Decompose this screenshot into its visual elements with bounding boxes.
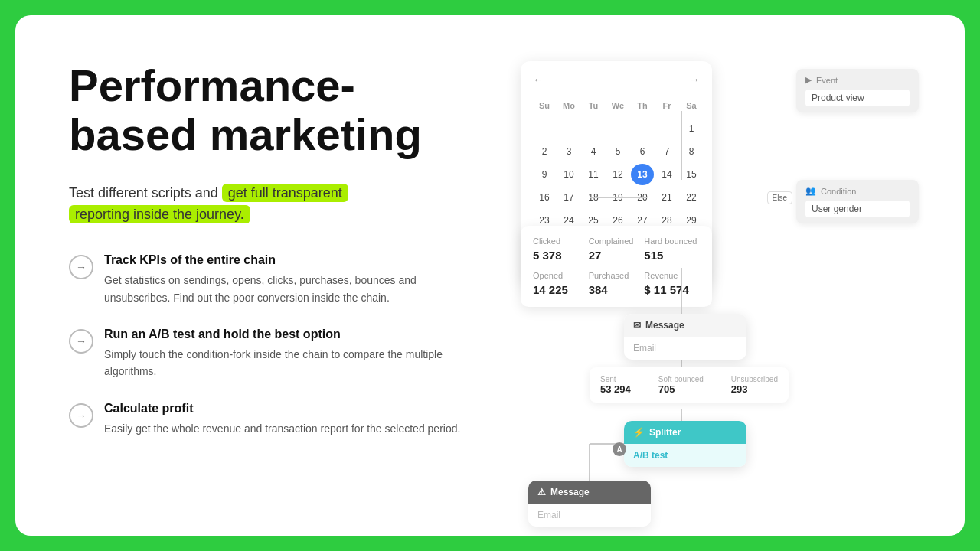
cal-day-19[interactable]: 19 (606, 187, 629, 208)
cal-header-we: We (606, 95, 629, 116)
right-column: ← → SuMoTuWeThFrSa1234567891011121314151… (513, 61, 926, 490)
feature-track-icon: → (69, 255, 93, 279)
cal-day-empty (533, 118, 556, 139)
cal-day-20[interactable]: 20 (631, 187, 654, 208)
splitter-header: ⚡ Splitter (624, 421, 746, 444)
cal-day-2[interactable]: 2 (533, 141, 556, 162)
message-node-1[interactable]: ✉ Message Email (624, 314, 746, 360)
cal-header-mo: Mo (557, 95, 580, 116)
feature-ab-test-content: Run an A/B test and hold the best option… (104, 328, 482, 380)
cal-day-4[interactable]: 4 (582, 141, 605, 162)
feature-profit: → Calculate profit Easily get the whole … (69, 402, 482, 437)
cal-day-10[interactable]: 10 (557, 164, 580, 185)
condition-node[interactable]: 👥 Condition User gender (796, 180, 919, 223)
message-2-label: Message (550, 487, 590, 497)
stat-value: 384 (589, 283, 645, 296)
cal-day-22[interactable]: 22 (680, 187, 703, 208)
message-2-icon: ⚠ (537, 487, 546, 497)
feature-track: → Track KPIs of the entire chain Get sta… (69, 253, 482, 306)
stat-opened: Opened14 225 (533, 271, 589, 296)
stat-purchased: Purchased384 (589, 271, 645, 296)
inline-stat-sent: Sent53 294 (600, 375, 631, 395)
feature-profit-content: Calculate profit Easily get the whole re… (104, 402, 460, 437)
stat-hard-bounced: Hard bounced515 (644, 236, 700, 262)
cal-header-tu: Tu (582, 95, 605, 116)
stat-label: Complained (589, 236, 645, 246)
message-node-1-header: ✉ Message (624, 314, 746, 337)
message-node-2[interactable]: ⚠ Message Email (528, 481, 651, 527)
event-node-header: ▶ Event (805, 75, 910, 85)
stats-row-1: Clicked5 378Complained27Hard bounced515 (533, 236, 700, 262)
cal-header-fr: Fr (655, 95, 678, 116)
cal-day-9[interactable]: 9 (533, 164, 556, 185)
stat-label: Opened (533, 271, 589, 280)
message-node-2-body: Email (528, 504, 651, 527)
splitter-node[interactable]: ⚡ Splitter A/B test (624, 421, 746, 467)
stat-revenue: Revenue$ 11 574 (644, 271, 700, 296)
feature-track-content: Track KPIs of the entire chain Get stati… (104, 253, 482, 306)
feature-ab-test: → Run an A/B test and hold the best opti… (69, 328, 482, 380)
condition-icon: 👥 (805, 186, 816, 196)
calendar-header: ← → (533, 73, 700, 86)
feature-profit-title: Calculate profit (104, 402, 460, 416)
cal-day-3[interactable]: 3 (557, 141, 580, 162)
feature-ab-test-desc: Simply touch the condition-fork inside t… (104, 346, 482, 380)
stat-label: Revenue (644, 271, 700, 280)
cal-day-1[interactable]: 1 (680, 118, 703, 139)
stat-label: Purchased (589, 271, 645, 280)
cal-day-empty (606, 118, 629, 139)
cal-day-11[interactable]: 11 (582, 164, 605, 185)
subtitle: Test different scripts and get full tran… (69, 182, 482, 227)
cal-day-18[interactable]: 18 (582, 187, 605, 208)
feature-track-desc: Get statistics on sendings, opens, click… (104, 272, 482, 306)
stat-value: 515 (644, 249, 700, 262)
highlight-1: get full transparent (222, 184, 348, 202)
cal-day-6[interactable]: 6 (631, 141, 654, 162)
calendar-next[interactable]: → (689, 73, 700, 86)
stat-value: $ 11 574 (644, 283, 700, 296)
stat-value: 5 378 (533, 249, 589, 262)
cal-day-7[interactable]: 7 (655, 141, 678, 162)
stat-label: Hard bounced (644, 236, 700, 246)
features-list: → Track KPIs of the entire chain Get sta… (69, 253, 482, 437)
event-node-body: Product view (805, 90, 910, 106)
stat-value: 27 (589, 249, 645, 262)
splitter-body: A/B test (624, 444, 746, 467)
splitter-label: Splitter (649, 427, 681, 438)
main-card: Performance- based marketing Test differ… (15, 15, 965, 536)
inline-stat-unsubscribed: Unsubscribed293 (731, 375, 778, 395)
cal-day-empty (631, 118, 654, 139)
cal-day-16[interactable]: 16 (533, 187, 556, 208)
cal-day-14[interactable]: 14 (655, 164, 678, 185)
cal-day-12[interactable]: 12 (606, 164, 629, 185)
cal-day-17[interactable]: 17 (557, 187, 580, 208)
cal-header-su: Su (533, 95, 556, 116)
stats-panel: Clicked5 378Complained27Hard bounced515O… (521, 226, 712, 307)
inline-stats-row-1: Sent53 294Soft bounced705Unsubscribed293 (600, 375, 778, 395)
cal-day-empty (655, 118, 678, 139)
condition-node-header: 👥 Condition (805, 186, 910, 196)
main-heading: Performance- based marketing (69, 61, 482, 159)
cal-day-15[interactable]: 15 (680, 164, 703, 185)
stat-complained: Complained27 (589, 236, 645, 262)
splitter-icon: ⚡ (633, 427, 645, 438)
message-node-1-body: Email (624, 337, 746, 360)
cal-day-13[interactable]: 13 (631, 164, 654, 185)
message-node-2-header: ⚠ Message (528, 481, 651, 504)
feature-profit-desc: Easily get the whole revenue and transac… (104, 420, 460, 437)
event-node[interactable]: ▶ Event Product view (796, 69, 919, 112)
feature-profit-icon: → (69, 403, 93, 428)
cal-header-th: Th (631, 95, 654, 116)
cal-day-8[interactable]: 8 (680, 141, 703, 162)
inline-stats: Sent53 294Soft bounced705Unsubscribed293 (590, 367, 789, 403)
calendar-prev[interactable]: ← (533, 73, 544, 86)
stat-label: Clicked (533, 236, 589, 246)
feature-ab-test-title: Run an A/B test and hold the best option (104, 328, 482, 341)
event-label: Event (816, 76, 838, 85)
cal-day-5[interactable]: 5 (606, 141, 629, 162)
stat-value: 14 225 (533, 283, 589, 296)
cal-day-21[interactable]: 21 (655, 187, 678, 208)
inline-stat-soft-bounced: Soft bounced705 (658, 375, 704, 395)
condition-label: Condition (821, 187, 856, 196)
a-badge: A (612, 442, 626, 456)
